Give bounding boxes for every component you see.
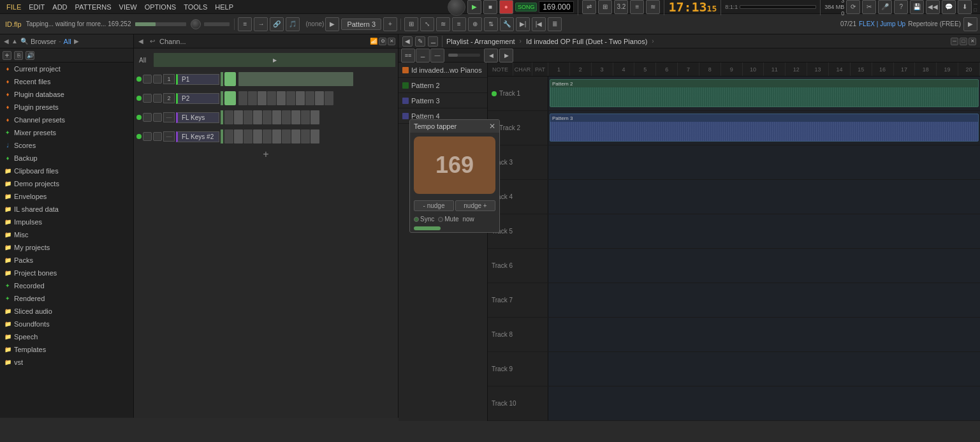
sidebar-item-4[interactable]: ♦ Channel presets — [0, 114, 133, 126]
menu-file[interactable]: FILE — [3, 2, 25, 12]
channel-solo-1[interactable] — [153, 75, 162, 84]
sidebar-item-23[interactable]: 📁 vst — [0, 356, 133, 369]
arr-block-pattern2-t1[interactable]: Pattern 2 — [550, 79, 979, 107]
pl-icon-1[interactable]: ≡≡ — [401, 48, 415, 63]
pattern-seg[interactable] — [272, 129, 281, 144]
nudge-minus-button[interactable]: - nudge — [414, 200, 454, 211]
tempo-tapper-close[interactable]: ✕ — [489, 122, 495, 131]
pattern-seg[interactable] — [263, 129, 272, 144]
cr-icon-1[interactable]: ≡ — [238, 17, 252, 31]
track-content-7[interactable] — [548, 283, 980, 317]
pan-slider[interactable] — [204, 22, 230, 26]
now-button[interactable]: now — [462, 216, 474, 223]
icon-channels[interactable]: ✂ — [862, 0, 876, 14]
pattern-item-2[interactable]: Pattern 3 — [399, 93, 487, 108]
menu-patterns[interactable]: PATTERNS — [71, 2, 115, 12]
track-content-1[interactable]: Pattern 2 — [548, 77, 980, 110]
icon-mic[interactable]: 🎤 — [878, 0, 892, 14]
pattern-seg[interactable] — [253, 129, 262, 144]
icon-download[interactable]: ⬇ — [958, 0, 972, 14]
channel-solo-2[interactable] — [153, 94, 162, 103]
track-content-6[interactable] — [548, 249, 980, 283]
nudge-plus-button[interactable]: nudge + — [455, 200, 495, 211]
channel-vol-3[interactable] — [221, 110, 223, 124]
arr-icon-6[interactable]: ⇅ — [484, 17, 498, 31]
cr-menu[interactable]: ⚙ — [379, 38, 386, 45]
mute-radio[interactable]: Mute — [438, 216, 458, 223]
channel-mute-2[interactable] — [143, 94, 152, 103]
icon-mixer[interactable]: ⟳ — [846, 0, 860, 14]
channel-first-block-2[interactable] — [224, 91, 236, 105]
pattern-seg[interactable] — [282, 129, 291, 144]
menu-edit[interactable]: EDIT — [25, 2, 48, 12]
pl-icon-3[interactable]: — — [430, 48, 444, 63]
pattern-seg[interactable] — [296, 91, 305, 105]
icon-btn-3[interactable]: 3.2 — [614, 0, 628, 14]
pl-nav-left[interactable]: ◀ — [484, 48, 498, 63]
pattern-item-0[interactable]: Id invaded...wo Pianos — [399, 63, 487, 78]
icon-prev[interactable]: ◀◀ — [926, 0, 940, 14]
sidebar-item-2[interactable]: ♦ Plugin database — [0, 88, 133, 101]
sync-radio[interactable]: Sync — [414, 216, 434, 223]
pattern-seg[interactable] — [301, 110, 310, 124]
add-channel-button[interactable]: + — [136, 147, 395, 162]
icon-question[interactable]: ? — [894, 0, 908, 14]
icon-btn-4[interactable]: ≡ — [630, 0, 644, 14]
channel-name-3[interactable]: FL Keys — [176, 112, 219, 123]
channel-nav-arrow[interactable]: ▶ — [273, 57, 277, 63]
pl-icon-2[interactable]: ⚊ — [416, 48, 430, 63]
pattern-seg[interactable] — [258, 91, 267, 105]
cr-nav-prev[interactable]: ◀ — [136, 37, 145, 45]
track-content-8[interactable] — [548, 318, 980, 351]
sidebar-item-19[interactable]: 📁 Sliced audio — [0, 305, 133, 318]
pattern-seg[interactable] — [282, 110, 291, 124]
arr-icon-3[interactable]: ≋ — [436, 17, 450, 31]
pattern-seg[interactable] — [272, 110, 281, 124]
pattern-seg[interactable] — [325, 91, 333, 105]
pattern-seg[interactable] — [277, 91, 286, 105]
channel-solo-3[interactable] — [153, 113, 162, 122]
sidebar-nav-up[interactable]: ▲ — [11, 38, 18, 45]
pattern-seg[interactable] — [244, 129, 252, 144]
sidebar-item-16[interactable]: 📁 Project bones — [0, 267, 133, 279]
menu-tools[interactable]: TOOLS — [180, 2, 211, 12]
sidebar-search[interactable]: 🔍 — [20, 38, 28, 45]
menu-options[interactable]: OPTIONS — [141, 2, 180, 12]
icon-chat[interactable]: 💬 — [942, 0, 956, 14]
pattern-seg[interactable] — [234, 110, 243, 124]
cr-icon-4[interactable]: 🎵 — [286, 17, 300, 31]
pattern-seg[interactable] — [224, 129, 233, 144]
sidebar-volume[interactable]: 🔊 — [26, 51, 34, 60]
pattern-add[interactable]: + — [383, 17, 397, 31]
channel-mute-1[interactable] — [143, 75, 152, 84]
playlist-close[interactable]: ✕ — [969, 38, 976, 45]
track-content-9[interactable] — [548, 352, 980, 386]
icon-save[interactable]: 💾 — [910, 0, 924, 14]
vol-knob-small[interactable] — [191, 19, 201, 29]
cr-icon-2[interactable]: → — [254, 17, 268, 31]
playlist-tool[interactable]: ⚊ — [428, 36, 438, 47]
channel-vol-4[interactable] — [221, 129, 223, 144]
arr-block-pattern3-t2[interactable]: Pattern 3 — [550, 114, 979, 142]
tempo-tapper-display[interactable]: 169 — [414, 136, 495, 194]
sidebar-item-5[interactable]: ✦ Mixer presets — [0, 126, 133, 139]
channel-mute-3[interactable] — [143, 113, 152, 122]
playlist-minimize[interactable]: ─ — [951, 38, 958, 45]
win-minimize[interactable]: ─ — [974, 1, 977, 7]
pl-nav-right[interactable]: ▶ — [499, 48, 513, 63]
track-content-2[interactable]: Pattern 3 — [548, 111, 980, 145]
sidebar-item-17[interactable]: ✦ Recorded — [0, 279, 133, 292]
sidebar-add[interactable]: + — [3, 51, 11, 60]
playlist-maximize[interactable]: □ — [960, 38, 967, 45]
sidebar-item-18[interactable]: ✦ Rendered — [0, 292, 133, 305]
channel-vol-1[interactable] — [221, 72, 223, 86]
arr-icon-2[interactable]: ⤡ — [420, 17, 434, 31]
channel-name-2[interactable]: P2 — [176, 93, 219, 104]
bpm-display[interactable]: 169.000 — [539, 1, 574, 13]
track-content-3[interactable] — [548, 145, 980, 179]
pattern-seg[interactable] — [263, 110, 272, 124]
none-nav[interactable]: ▶ — [325, 17, 339, 31]
pattern-seg[interactable] — [291, 110, 300, 124]
pattern-seg[interactable] — [311, 129, 319, 144]
arr-icon-4[interactable]: ≡ — [452, 17, 466, 31]
